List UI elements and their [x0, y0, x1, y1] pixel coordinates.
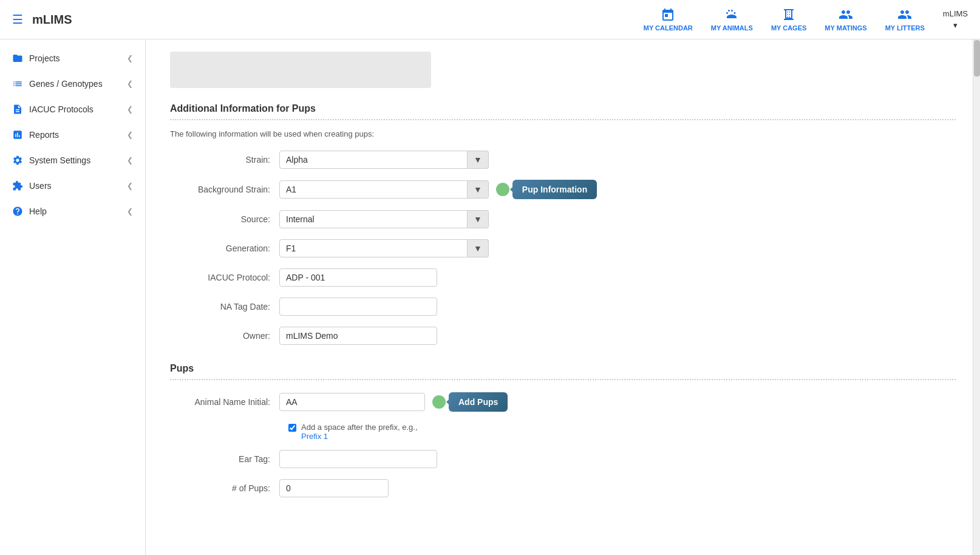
brand-logo: mLIMS: [32, 13, 72, 27]
sidebar-item-help[interactable]: Help ❮: [0, 199, 145, 224]
sidebar-help-label: Help: [29, 206, 47, 216]
nav-calendar[interactable]: MY CALENDAR: [644, 7, 693, 32]
owner-label: Owner:: [170, 331, 279, 341]
pup-information-callout: Pup Information: [512, 180, 597, 199]
nav-litters[interactable]: MY LITTERS: [885, 7, 925, 32]
additional-info-subtitle: The following information will be used w…: [170, 129, 956, 138]
generation-row: Generation: ▼: [170, 239, 956, 257]
na-tag-date-input[interactable]: [279, 298, 437, 316]
animals-icon: [724, 7, 739, 22]
sidebar-projects-label: Projects: [29, 53, 60, 63]
background-strain-input[interactable]: [279, 180, 468, 199]
prefix-space-checkbox[interactable]: [288, 424, 296, 432]
nav-user[interactable]: mLIMS ▾: [943, 9, 968, 30]
sidebar-users-label: Users: [29, 181, 52, 191]
litters-icon: [897, 7, 912, 22]
ear-tag-row: Ear Tag:: [170, 450, 956, 468]
sidebar-genes-label: Genes / Genotypes: [29, 79, 103, 89]
sidebar: Projects ❮ Genes / Genotypes ❮ IACUC Pro…: [0, 39, 146, 555]
prefix-example: Prefix 1: [301, 432, 328, 441]
add-pups-callout-label: Add Pups: [458, 397, 498, 407]
hamburger-button[interactable]: ☰: [12, 12, 23, 27]
generation-input-group: ▼: [279, 239, 489, 257]
nav-litters-label: MY LITTERS: [885, 24, 925, 32]
question-icon: [12, 206, 23, 217]
sidebar-item-reports[interactable]: Reports ❮: [0, 122, 145, 148]
matings-icon: [839, 7, 853, 22]
na-tag-date-row: NA Tag Date:: [170, 298, 956, 316]
scroll-thumb[interactable]: [974, 40, 980, 77]
strain-dropdown-btn[interactable]: ▼: [468, 151, 489, 169]
document-icon: [12, 104, 23, 115]
projects-chevron: ❮: [127, 54, 133, 63]
animal-name-input[interactable]: [279, 393, 425, 411]
na-tag-date-label: NA Tag Date:: [170, 302, 279, 312]
sidebar-item-users[interactable]: Users ❮: [0, 173, 145, 199]
top-nav: ☰ mLIMS MY CALENDAR MY ANIMALS MY CAGES: [0, 0, 980, 39]
generation-input[interactable]: [279, 239, 468, 257]
genes-chevron: ❮: [127, 80, 133, 88]
system-chevron: ❮: [127, 156, 133, 165]
nav-cages-label: MY CAGES: [771, 24, 806, 32]
nav-matings-label: MY MATINGS: [825, 24, 866, 32]
sidebar-item-iacuc[interactable]: IACUC Protocols ❮: [0, 97, 145, 122]
iacuc-input[interactable]: [279, 268, 437, 287]
owner-input[interactable]: [279, 327, 437, 345]
nav-calendar-label: MY CALENDAR: [644, 24, 693, 32]
strain-label: Strain:: [170, 155, 279, 165]
background-strain-group: ▼: [279, 180, 489, 199]
cages-icon: [781, 7, 796, 22]
owner-row: Owner:: [170, 327, 956, 345]
folder-icon: [12, 53, 23, 64]
gear-icon: [12, 155, 23, 166]
main-layout: Projects ❮ Genes / Genotypes ❮ IACUC Pro…: [0, 39, 980, 555]
generation-label: Generation:: [170, 243, 279, 253]
additional-info-section: Additional Information for Pups The foll…: [170, 103, 956, 345]
strain-row: Strain: ▼: [170, 151, 956, 169]
sidebar-item-genes[interactable]: Genes / Genotypes ❮: [0, 71, 145, 97]
nav-animals[interactable]: MY ANIMALS: [711, 7, 753, 32]
pup-information-callout-label: Pup Information: [522, 185, 587, 194]
reports-chevron: ❮: [127, 131, 133, 139]
list-icon: [12, 78, 23, 89]
iacuc-chevron: ❮: [127, 105, 133, 114]
source-dropdown-btn[interactable]: ▼: [468, 210, 489, 228]
calendar-icon: [661, 7, 675, 22]
nav-animals-label: MY ANIMALS: [711, 24, 753, 32]
additional-info-heading: Additional Information for Pups: [170, 103, 956, 120]
sidebar-iacuc-label: IACUC Protocols: [29, 104, 94, 114]
nav-user-chevron: ▾: [953, 21, 958, 30]
source-input[interactable]: [279, 210, 468, 228]
top-gray-area: [170, 52, 431, 88]
strain-input[interactable]: [279, 151, 468, 169]
nav-cages[interactable]: MY CAGES: [771, 7, 806, 32]
generation-dropdown-btn[interactable]: ▼: [468, 239, 489, 257]
sidebar-item-projects[interactable]: Projects ❮: [0, 46, 145, 71]
background-strain-dropdown-btn[interactable]: ▼: [468, 180, 489, 199]
ear-tag-label: Ear Tag:: [170, 454, 279, 464]
background-strain-label: Background Strain:: [170, 185, 279, 194]
users-chevron: ❮: [127, 182, 133, 190]
puzzle-icon: [12, 180, 23, 191]
sidebar-reports-label: Reports: [29, 130, 59, 140]
source-input-group: ▼: [279, 210, 489, 228]
num-pups-row: # of Pups:: [170, 479, 956, 497]
scrollbar[interactable]: [973, 39, 980, 555]
animal-name-label: Animal Name Initial:: [170, 397, 279, 407]
nav-matings[interactable]: MY MATINGS: [825, 7, 866, 32]
nav-user-label: mLIMS: [943, 9, 968, 18]
ear-tag-input[interactable]: [279, 450, 437, 468]
strain-input-group: ▼: [279, 151, 489, 169]
sidebar-item-system[interactable]: System Settings ❮: [0, 148, 145, 173]
source-row: Source: ▼: [170, 210, 956, 228]
add-pups-callout: Add Pups: [449, 392, 508, 412]
background-strain-row: Background Strain: ▼ Pup Information: [170, 180, 956, 199]
sidebar-system-label: System Settings: [29, 155, 90, 165]
main-content: Additional Information for Pups The foll…: [146, 39, 980, 555]
num-pups-input[interactable]: [279, 479, 389, 497]
iacuc-row: IACUC Protocol:: [170, 268, 956, 287]
nav-icons: MY CALENDAR MY ANIMALS MY CAGES MY MATIN…: [644, 7, 968, 32]
chart-icon: [12, 129, 23, 140]
pups-section: Pups Animal Name Initial: Add Pups Add a…: [170, 363, 956, 497]
source-label: Source:: [170, 214, 279, 224]
